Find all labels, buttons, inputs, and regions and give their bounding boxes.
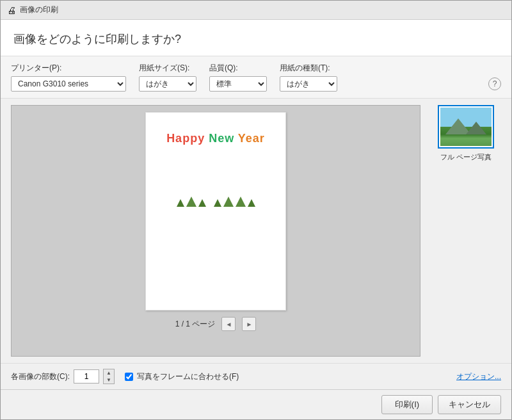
paper-type-label: 用紙の種類(T): [280, 63, 337, 74]
cancel-button[interactable]: キャンセル [438, 395, 501, 414]
copies-input[interactable] [74, 369, 99, 384]
prev-page-button[interactable]: ◄ [221, 317, 236, 331]
action-bar: 印刷(I) キャンセル [1, 389, 511, 419]
page-title: 画像をどのように印刷しますか? [13, 31, 499, 47]
title-bar: 🖨 画像の印刷 [1, 1, 511, 20]
printer-label: プリンター(P): [11, 63, 126, 74]
tree-small-1 [177, 199, 184, 207]
quality-control-group: 品質(Q): 標準 [209, 63, 267, 92]
main-window: 🖨 画像の印刷 画像をどのように印刷しますか? プリンター(P): Canon … [0, 0, 512, 420]
paper-type-control-group: 用紙の種類(T): はがき [280, 63, 337, 92]
bottom-bar: 各画像の部数(C): ▲ ▼ 写真をフレームに合わせる(F) オプション... [1, 363, 511, 389]
controls-bar: プリンター(P): Canon G3010 series 用紙サイズ(S): は… [1, 56, 511, 99]
tree-group-right [214, 197, 255, 207]
tree-3 [236, 197, 246, 207]
thumbnail-panel: フル ページ写真 [431, 105, 501, 357]
tree-decoration [177, 197, 255, 207]
tree-2 [223, 197, 234, 207]
copies-label: 各画像の部数(C): [11, 371, 70, 382]
main-area: Happy New Year [1, 99, 511, 363]
paper-size-select[interactable]: はがき [139, 76, 196, 92]
thumbnail-label: フル ページ写真 [440, 152, 492, 162]
preview-panel: Happy New Year [11, 105, 420, 357]
fit-to-frame-checkbox[interactable] [125, 373, 133, 381]
printer-select[interactable]: Canon G3010 series [11, 76, 126, 92]
printer-control-group: プリンター(P): Canon G3010 series [11, 63, 126, 92]
page-nav-text: 1 / 1 ページ [175, 319, 216, 330]
tree-small-4 [248, 199, 255, 207]
next-page-button[interactable]: ► [242, 317, 256, 331]
help-icon[interactable]: ? [488, 77, 501, 90]
tree-group-left [177, 197, 206, 207]
tree-small-3 [214, 199, 221, 207]
page-navigation: 1 / 1 ページ ◄ ► [175, 317, 257, 331]
preview-page: Happy New Year [145, 112, 286, 311]
paper-type-select[interactable]: はがき [280, 76, 337, 92]
copies-decrement-button[interactable]: ▼ [104, 376, 114, 384]
hny-new: New [209, 132, 238, 145]
copies-group: 各画像の部数(C): ▲ ▼ [11, 369, 115, 384]
hny-happy: Happy [166, 132, 209, 145]
options-link[interactable]: オプション... [456, 371, 501, 382]
fit-to-frame-label[interactable]: 写真をフレームに合わせる(F) [137, 371, 239, 382]
print-button[interactable]: 印刷(I) [381, 395, 433, 414]
thumbnail-full-page[interactable] [438, 105, 494, 149]
fit-to-frame-group: 写真をフレームに合わせる(F) [125, 371, 239, 382]
tree-small-2 [198, 199, 206, 207]
copies-increment-button[interactable]: ▲ [104, 369, 114, 376]
copies-spinner: ▲ ▼ [103, 369, 115, 384]
paper-size-label: 用紙サイズ(S): [139, 63, 196, 74]
paper-size-control-group: 用紙サイズ(S): はがき [139, 63, 196, 92]
thumbnail-image [440, 108, 492, 146]
title-bar-text: 画像の印刷 [20, 4, 58, 15]
quality-label: 品質(Q): [209, 63, 267, 74]
hny-year: Year [238, 132, 265, 145]
tree-1 [186, 197, 196, 207]
content-area: 画像をどのように印刷しますか? プリンター(P): Canon G3010 se… [1, 20, 511, 419]
title-bar-icon: 🖨 [7, 5, 16, 15]
header-section: 画像をどのように印刷しますか? [1, 20, 511, 56]
quality-select[interactable]: 標準 [209, 76, 267, 92]
thumbnail-mountain-2 [466, 122, 486, 134]
preview-text: Happy New Year [166, 132, 265, 145]
